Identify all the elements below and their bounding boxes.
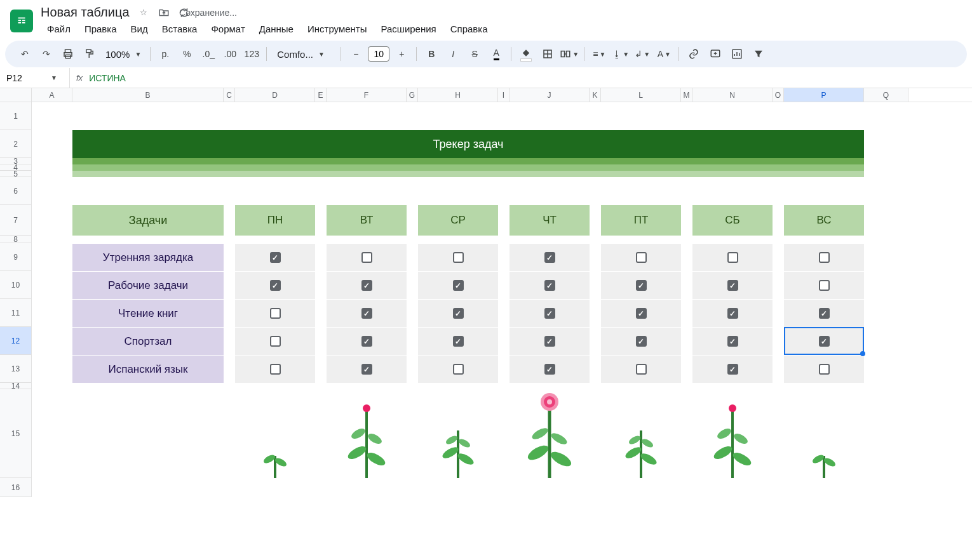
row-header-10[interactable]: 10	[0, 271, 32, 299]
column-header-O[interactable]: O	[773, 88, 784, 102]
checkbox-icon[interactable]	[819, 252, 830, 263]
checkbox-icon[interactable]	[636, 252, 647, 263]
checkbox-icon[interactable]	[270, 336, 281, 347]
row-header-2[interactable]: 2	[0, 130, 32, 158]
checkbox-cell[interactable]	[784, 327, 864, 355]
checkbox-cell[interactable]	[418, 243, 498, 271]
column-header-D[interactable]: D	[235, 88, 315, 102]
bold-button[interactable]: B	[422, 44, 441, 63]
column-header-Q[interactable]: Q	[864, 88, 908, 102]
checkbox-icon[interactable]	[819, 336, 830, 347]
task-name-cell[interactable]: Рабочие задачи	[72, 271, 224, 299]
checkbox-icon[interactable]	[453, 336, 464, 347]
print-button[interactable]	[58, 44, 78, 63]
day-header-СР[interactable]: СР	[418, 205, 498, 236]
column-header-P[interactable]: P	[784, 88, 864, 102]
checkbox-cell[interactable]	[510, 327, 590, 355]
column-header-E[interactable]: E	[315, 88, 327, 102]
menu-вставка[interactable]: Вставка	[156, 21, 204, 37]
row-header-9[interactable]: 9	[0, 243, 32, 271]
checkbox-cell[interactable]	[692, 327, 773, 355]
checkbox-cell[interactable]	[418, 271, 498, 299]
checkbox-cell[interactable]	[235, 271, 315, 299]
column-header-F[interactable]: F	[327, 88, 407, 102]
checkbox-icon[interactable]	[361, 280, 372, 291]
row-header-16[interactable]: 16	[0, 478, 32, 497]
insert-chart-button[interactable]	[727, 44, 746, 63]
checkbox-cell[interactable]	[510, 243, 590, 271]
day-header-ВТ[interactable]: ВТ	[327, 205, 407, 236]
text-color-button[interactable]: A	[487, 44, 506, 63]
font-size-input[interactable]	[368, 46, 389, 62]
checkbox-icon[interactable]	[636, 336, 647, 347]
column-header-M[interactable]: M	[681, 88, 692, 102]
checkbox-icon[interactable]	[727, 364, 738, 375]
currency-format-button[interactable]: р.	[156, 44, 175, 63]
merge-cells-button[interactable]: ▼	[560, 44, 579, 63]
checkbox-icon[interactable]	[270, 364, 281, 375]
checkbox-cell[interactable]	[692, 243, 773, 271]
vertical-align-button[interactable]: ⭳▼	[611, 44, 630, 63]
checkbox-cell[interactable]	[601, 299, 681, 327]
checkbox-icon[interactable]	[453, 308, 464, 319]
checkbox-cell[interactable]	[784, 299, 864, 327]
row-header-13[interactable]: 13	[0, 355, 32, 383]
formula-input[interactable]	[89, 73, 972, 83]
checkbox-cell[interactable]	[692, 355, 773, 383]
row-header-12[interactable]: 12	[0, 327, 32, 355]
checkbox-icon[interactable]	[819, 364, 830, 375]
checkbox-icon[interactable]	[636, 364, 647, 375]
checkbox-icon[interactable]	[819, 308, 830, 319]
paint-format-button[interactable]	[80, 44, 99, 63]
insert-comment-button[interactable]	[706, 44, 725, 63]
checkbox-cell[interactable]	[692, 271, 773, 299]
day-header-ПТ[interactable]: ПТ	[601, 205, 681, 236]
checkbox-icon[interactable]	[361, 336, 372, 347]
day-header-ПН[interactable]: ПН	[235, 205, 315, 236]
menu-данные[interactable]: Данные	[253, 21, 300, 37]
checkbox-cell[interactable]	[510, 299, 590, 327]
checkbox-cell[interactable]	[601, 243, 681, 271]
row-header-6[interactable]: 6	[0, 177, 32, 205]
menu-правка[interactable]: Правка	[78, 21, 123, 37]
column-header-J[interactable]: J	[510, 88, 590, 102]
percent-format-button[interactable]: %	[177, 44, 196, 63]
checkbox-icon[interactable]	[270, 308, 281, 319]
column-header-C[interactable]: C	[224, 88, 235, 102]
insert-link-button[interactable]	[684, 44, 703, 63]
name-box-input[interactable]	[6, 73, 44, 83]
checkbox-cell[interactable]	[327, 271, 407, 299]
checkbox-icon[interactable]	[453, 364, 464, 375]
strikethrough-button[interactable]: S	[465, 44, 484, 63]
tracker-title[interactable]: Трекер задач	[72, 130, 864, 158]
document-title[interactable]: Новая таблица	[41, 5, 130, 20]
checkbox-cell[interactable]	[327, 299, 407, 327]
move-to-drive-icon[interactable]	[158, 6, 170, 19]
day-header-ВС[interactable]: ВС	[784, 205, 864, 236]
increase-decimal-button[interactable]: .00	[220, 44, 240, 63]
column-header-H[interactable]: H	[418, 88, 498, 102]
checkbox-cell[interactable]	[418, 355, 498, 383]
column-header-B[interactable]: B	[72, 88, 224, 102]
font-size-increase[interactable]: +	[392, 44, 411, 63]
row-header-8[interactable]: 8	[0, 236, 32, 243]
checkbox-cell[interactable]	[784, 355, 864, 383]
task-name-cell[interactable]: Испанский язык	[72, 355, 224, 383]
undo-button[interactable]: ↶	[15, 44, 34, 63]
row-header-1[interactable]: 1	[0, 102, 32, 130]
checkbox-cell[interactable]	[418, 299, 498, 327]
checkbox-cell[interactable]	[692, 299, 773, 327]
star-icon[interactable]: ☆	[137, 6, 150, 19]
sheets-logo[interactable]	[10, 10, 33, 32]
task-name-cell[interactable]: Утренняя зарядка	[72, 243, 224, 271]
checkbox-cell[interactable]	[327, 243, 407, 271]
checkbox-icon[interactable]	[453, 280, 464, 291]
checkbox-icon[interactable]	[727, 280, 738, 291]
checkbox-cell[interactable]	[510, 271, 590, 299]
checkbox-icon[interactable]	[636, 280, 647, 291]
checkbox-cell[interactable]	[601, 355, 681, 383]
checkbox-icon[interactable]	[819, 280, 830, 291]
menu-инструменты[interactable]: Инструменты	[301, 21, 374, 37]
column-header-I[interactable]: I	[498, 88, 510, 102]
checkbox-cell[interactable]	[601, 271, 681, 299]
